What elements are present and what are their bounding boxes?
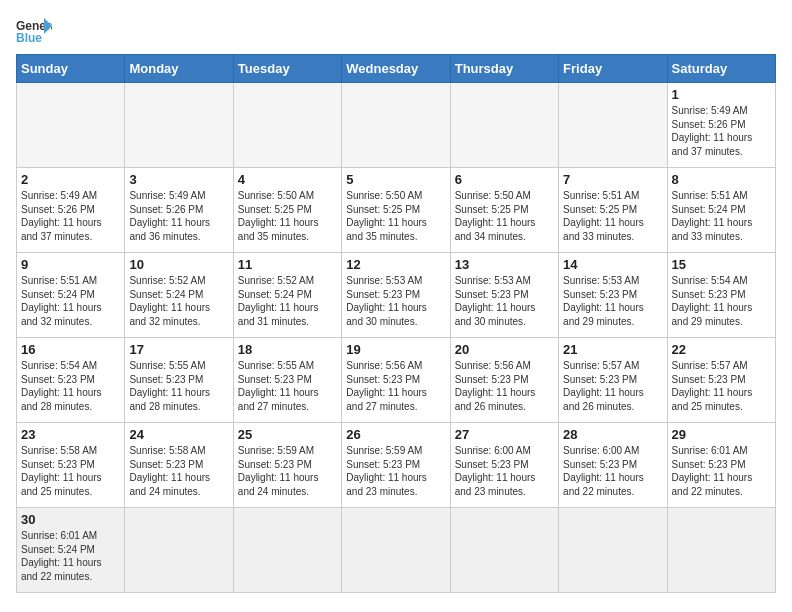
day-number: 25 [238, 427, 337, 442]
day-info: Sunrise: 5:54 AMSunset: 5:23 PMDaylight:… [672, 274, 771, 328]
calendar-day-cell [667, 508, 775, 593]
calendar-week-row: 23Sunrise: 5:58 AMSunset: 5:23 PMDayligh… [17, 423, 776, 508]
day-number: 7 [563, 172, 662, 187]
calendar-day-cell: 11Sunrise: 5:52 AMSunset: 5:24 PMDayligh… [233, 253, 341, 338]
weekday-header-thursday: Thursday [450, 55, 558, 83]
calendar-day-cell: 19Sunrise: 5:56 AMSunset: 5:23 PMDayligh… [342, 338, 450, 423]
day-number: 29 [672, 427, 771, 442]
weekday-header-friday: Friday [559, 55, 667, 83]
day-info: Sunrise: 5:50 AMSunset: 5:25 PMDaylight:… [455, 189, 554, 243]
day-info: Sunrise: 5:53 AMSunset: 5:23 PMDaylight:… [563, 274, 662, 328]
day-number: 21 [563, 342, 662, 357]
calendar-day-cell: 27Sunrise: 6:00 AMSunset: 5:23 PMDayligh… [450, 423, 558, 508]
calendar-day-cell: 4Sunrise: 5:50 AMSunset: 5:25 PMDaylight… [233, 168, 341, 253]
day-info: Sunrise: 5:50 AMSunset: 5:25 PMDaylight:… [346, 189, 445, 243]
day-number: 24 [129, 427, 228, 442]
day-number: 3 [129, 172, 228, 187]
day-number: 19 [346, 342, 445, 357]
day-info: Sunrise: 5:55 AMSunset: 5:23 PMDaylight:… [129, 359, 228, 413]
calendar-week-row: 1Sunrise: 5:49 AMSunset: 5:26 PMDaylight… [17, 83, 776, 168]
day-number: 12 [346, 257, 445, 272]
calendar-week-row: 2Sunrise: 5:49 AMSunset: 5:26 PMDaylight… [17, 168, 776, 253]
day-info: Sunrise: 5:49 AMSunset: 5:26 PMDaylight:… [129, 189, 228, 243]
calendar-day-cell [559, 508, 667, 593]
weekday-header-monday: Monday [125, 55, 233, 83]
day-info: Sunrise: 5:53 AMSunset: 5:23 PMDaylight:… [346, 274, 445, 328]
weekday-header-saturday: Saturday [667, 55, 775, 83]
day-number: 13 [455, 257, 554, 272]
day-info: Sunrise: 5:56 AMSunset: 5:23 PMDaylight:… [346, 359, 445, 413]
calendar-body: 1Sunrise: 5:49 AMSunset: 5:26 PMDaylight… [17, 83, 776, 593]
calendar-header: SundayMondayTuesdayWednesdayThursdayFrid… [17, 55, 776, 83]
calendar-day-cell: 6Sunrise: 5:50 AMSunset: 5:25 PMDaylight… [450, 168, 558, 253]
day-number: 6 [455, 172, 554, 187]
day-number: 9 [21, 257, 120, 272]
day-number: 8 [672, 172, 771, 187]
day-number: 5 [346, 172, 445, 187]
day-number: 18 [238, 342, 337, 357]
calendar-week-row: 9Sunrise: 5:51 AMSunset: 5:24 PMDaylight… [17, 253, 776, 338]
day-number: 15 [672, 257, 771, 272]
calendar-day-cell: 2Sunrise: 5:49 AMSunset: 5:26 PMDaylight… [17, 168, 125, 253]
svg-text:Blue: Blue [16, 31, 42, 44]
calendar-day-cell: 23Sunrise: 5:58 AMSunset: 5:23 PMDayligh… [17, 423, 125, 508]
day-info: Sunrise: 6:01 AMSunset: 5:23 PMDaylight:… [672, 444, 771, 498]
calendar-day-cell: 13Sunrise: 5:53 AMSunset: 5:23 PMDayligh… [450, 253, 558, 338]
day-info: Sunrise: 5:58 AMSunset: 5:23 PMDaylight:… [129, 444, 228, 498]
logo-icon: General Blue [16, 16, 52, 44]
calendar-table: SundayMondayTuesdayWednesdayThursdayFrid… [16, 54, 776, 593]
calendar-day-cell: 25Sunrise: 5:59 AMSunset: 5:23 PMDayligh… [233, 423, 341, 508]
day-info: Sunrise: 5:57 AMSunset: 5:23 PMDaylight:… [672, 359, 771, 413]
day-info: Sunrise: 5:59 AMSunset: 5:23 PMDaylight:… [346, 444, 445, 498]
day-info: Sunrise: 5:51 AMSunset: 5:24 PMDaylight:… [672, 189, 771, 243]
calendar-day-cell: 17Sunrise: 5:55 AMSunset: 5:23 PMDayligh… [125, 338, 233, 423]
calendar-day-cell [233, 83, 341, 168]
calendar-day-cell: 8Sunrise: 5:51 AMSunset: 5:24 PMDaylight… [667, 168, 775, 253]
day-info: Sunrise: 6:00 AMSunset: 5:23 PMDaylight:… [563, 444, 662, 498]
day-info: Sunrise: 5:56 AMSunset: 5:23 PMDaylight:… [455, 359, 554, 413]
day-info: Sunrise: 5:49 AMSunset: 5:26 PMDaylight:… [21, 189, 120, 243]
calendar-day-cell: 16Sunrise: 5:54 AMSunset: 5:23 PMDayligh… [17, 338, 125, 423]
day-info: Sunrise: 5:57 AMSunset: 5:23 PMDaylight:… [563, 359, 662, 413]
calendar-day-cell: 18Sunrise: 5:55 AMSunset: 5:23 PMDayligh… [233, 338, 341, 423]
day-info: Sunrise: 6:00 AMSunset: 5:23 PMDaylight:… [455, 444, 554, 498]
calendar-day-cell: 5Sunrise: 5:50 AMSunset: 5:25 PMDaylight… [342, 168, 450, 253]
calendar-day-cell [342, 508, 450, 593]
calendar-day-cell: 22Sunrise: 5:57 AMSunset: 5:23 PMDayligh… [667, 338, 775, 423]
calendar-day-cell: 28Sunrise: 6:00 AMSunset: 5:23 PMDayligh… [559, 423, 667, 508]
weekday-header-sunday: Sunday [17, 55, 125, 83]
calendar-day-cell [233, 508, 341, 593]
page-header: General Blue [16, 16, 776, 44]
calendar-day-cell [17, 83, 125, 168]
calendar-day-cell: 29Sunrise: 6:01 AMSunset: 5:23 PMDayligh… [667, 423, 775, 508]
calendar-day-cell: 30Sunrise: 6:01 AMSunset: 5:24 PMDayligh… [17, 508, 125, 593]
logo: General Blue [16, 16, 52, 44]
calendar-week-row: 16Sunrise: 5:54 AMSunset: 5:23 PMDayligh… [17, 338, 776, 423]
day-number: 22 [672, 342, 771, 357]
calendar-day-cell [125, 83, 233, 168]
day-number: 23 [21, 427, 120, 442]
calendar-week-row: 30Sunrise: 6:01 AMSunset: 5:24 PMDayligh… [17, 508, 776, 593]
day-number: 2 [21, 172, 120, 187]
day-number: 1 [672, 87, 771, 102]
day-number: 11 [238, 257, 337, 272]
calendar-day-cell [342, 83, 450, 168]
day-info: Sunrise: 6:01 AMSunset: 5:24 PMDaylight:… [21, 529, 120, 583]
calendar-day-cell [450, 508, 558, 593]
calendar-day-cell: 1Sunrise: 5:49 AMSunset: 5:26 PMDaylight… [667, 83, 775, 168]
day-number: 30 [21, 512, 120, 527]
day-number: 17 [129, 342, 228, 357]
day-number: 4 [238, 172, 337, 187]
calendar-day-cell: 26Sunrise: 5:59 AMSunset: 5:23 PMDayligh… [342, 423, 450, 508]
calendar-day-cell: 9Sunrise: 5:51 AMSunset: 5:24 PMDaylight… [17, 253, 125, 338]
calendar-day-cell: 3Sunrise: 5:49 AMSunset: 5:26 PMDaylight… [125, 168, 233, 253]
calendar-day-cell [450, 83, 558, 168]
day-info: Sunrise: 5:59 AMSunset: 5:23 PMDaylight:… [238, 444, 337, 498]
day-number: 10 [129, 257, 228, 272]
day-info: Sunrise: 5:49 AMSunset: 5:26 PMDaylight:… [672, 104, 771, 158]
calendar-day-cell [559, 83, 667, 168]
day-info: Sunrise: 5:51 AMSunset: 5:24 PMDaylight:… [21, 274, 120, 328]
weekday-header-wednesday: Wednesday [342, 55, 450, 83]
day-info: Sunrise: 5:52 AMSunset: 5:24 PMDaylight:… [238, 274, 337, 328]
day-number: 16 [21, 342, 120, 357]
